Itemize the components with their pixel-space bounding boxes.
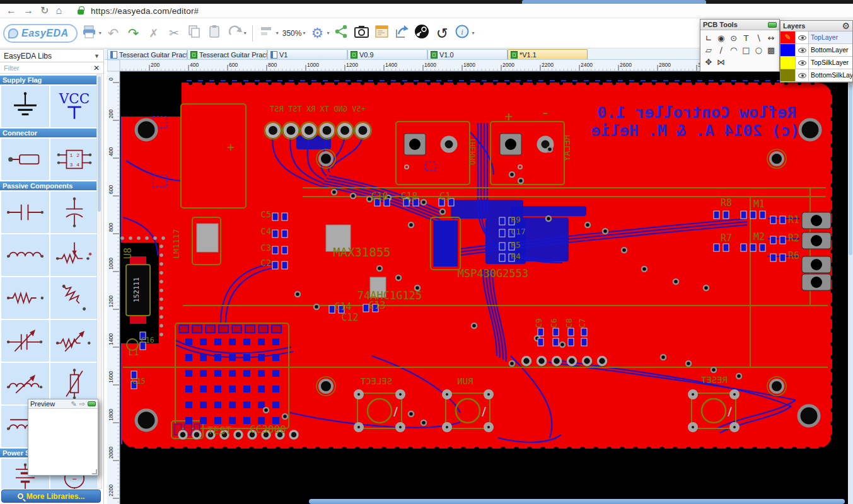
preview-place-arrow-icon[interactable]: ⇨: [79, 400, 85, 408]
export-icon[interactable]: [393, 24, 410, 43]
layers-settings-gear-icon[interactable]: ⚙: [842, 21, 850, 31]
canvas-vscrollbar[interactable]: [848, 60, 853, 504]
connection-tool[interactable]: ⋈: [715, 56, 728, 68]
arc-tool[interactable]: ◠: [728, 44, 740, 56]
layer-name[interactable]: BottomLayer: [809, 44, 852, 56]
via-tool[interactable]: ⊙: [728, 32, 740, 44]
zoom-dropdown-caret[interactable]: ▾: [303, 30, 305, 36]
document-tab[interactable]: V1: [267, 49, 347, 59]
align-dropdown-caret[interactable]: ▾: [276, 30, 279, 36]
bom-ruler-icon[interactable]: [373, 24, 390, 43]
paste-icon[interactable]: [206, 24, 223, 43]
open-dropdown-caret[interactable]: ▾: [99, 30, 102, 36]
layer-color-swatch[interactable]: [780, 69, 796, 81]
polygon-tool[interactable]: ▱: [702, 44, 715, 56]
layer-row[interactable]: ✎TopLayer: [780, 32, 852, 44]
eye-icon[interactable]: [798, 73, 806, 78]
settings-gear-icon[interactable]: ⚙: [309, 25, 325, 42]
tab-label: *V1.1: [519, 51, 537, 59]
library-item-resistor-diag[interactable]: [50, 277, 98, 319]
layer-row[interactable]: BottomLayer: [780, 44, 852, 57]
more-libraries-button[interactable]: More Libraries...: [1, 490, 101, 503]
layer-name[interactable]: TopSilkLayer: [809, 57, 852, 69]
library-item-cap-trimmer[interactable]: [1, 320, 49, 362]
document-tab[interactable]: V1.0: [427, 49, 508, 59]
align-icon[interactable]: [258, 24, 275, 43]
track-tool[interactable]: ∟: [702, 32, 715, 44]
steam-icon[interactable]: [414, 23, 430, 43]
cut-icon[interactable]: ✂: [166, 25, 182, 42]
rotate-dropdown-caret[interactable]: ▾: [244, 30, 247, 36]
circle-tool[interactable]: ○: [752, 44, 765, 56]
zoom-level[interactable]: 350%: [282, 29, 302, 38]
layer-visibility-cell[interactable]: [796, 69, 809, 81]
url-text[interactable]: https://easyeda.com/editor#: [91, 6, 199, 16]
layer-row[interactable]: BottomSilkLay...: [780, 69, 852, 82]
share-icon[interactable]: [333, 24, 349, 43]
document-tab[interactable]: Tesseract Guitar Pract...: [107, 49, 187, 59]
pcb-canvas[interactable]: Reflow Controller 1.0(c) 2014 A. & M. He…: [107, 60, 853, 504]
library-item-potentiometer[interactable]: [50, 234, 98, 276]
layer-name[interactable]: BottomSilkLay...: [809, 69, 852, 81]
eye-icon[interactable]: [798, 48, 806, 53]
preview-resize-handle[interactable]: [92, 469, 97, 474]
reload-icon[interactable]: ↻: [40, 6, 49, 16]
copper-area-tool[interactable]: ▩: [765, 44, 777, 56]
layer-visibility-cell[interactable]: [796, 44, 809, 56]
undo-icon[interactable]: ↶: [105, 25, 122, 42]
rect-tool[interactable]: □: [740, 44, 753, 56]
layer-row[interactable]: TopSilkLayer: [780, 57, 852, 69]
copy-icon[interactable]: [186, 24, 202, 43]
library-item-vcc[interactable]: VCC: [50, 86, 98, 127]
back-icon[interactable]: ←: [6, 6, 16, 16]
pcb-tools-titlebar[interactable]: PCB Tools: [700, 20, 779, 30]
library-item-gnd[interactable]: [1, 86, 49, 127]
home-icon[interactable]: ⌂: [55, 6, 62, 16]
filter-clear-icon[interactable]: ✕: [93, 64, 100, 72]
dimension-tool[interactable]: ↔: [765, 32, 777, 44]
preview-minimize-icon[interactable]: [88, 401, 96, 406]
settings-dropdown-caret[interactable]: ▾: [327, 30, 329, 36]
eye-icon[interactable]: [798, 60, 806, 66]
library-item-cap[interactable]: [1, 192, 49, 233]
sidebar-scrollbar-thumb[interactable]: [98, 76, 101, 212]
layer-visibility-cell[interactable]: [796, 57, 809, 69]
text-tool[interactable]: T: [740, 32, 753, 44]
layer-visibility-cell[interactable]: [796, 32, 809, 43]
library-item-inductor[interactable]: [1, 234, 49, 276]
canvas-vscrollbar-thumb[interactable]: [849, 85, 852, 255]
history-icon[interactable]: ↺: [434, 25, 450, 42]
library-item-resistor[interactable]: [1, 277, 49, 319]
info-dropdown-caret[interactable]: ▾: [472, 30, 474, 36]
info-icon[interactable]: i: [454, 24, 470, 43]
brush-tool[interactable]: ∕: [715, 44, 728, 56]
rotate-icon[interactable]: [226, 24, 243, 43]
preview-edit-pencil-icon[interactable]: ✎: [71, 400, 77, 408]
hand-tool[interactable]: ✥: [702, 56, 715, 68]
document-tab[interactable]: *V1.1: [508, 49, 588, 59]
delete-icon[interactable]: ✗: [146, 25, 162, 42]
document-tab[interactable]: Tesseract Guitar Pract...: [187, 49, 267, 59]
open-file-icon[interactable]: [81, 24, 98, 43]
library-item-conn4[interactable]: 1234: [50, 139, 98, 180]
layer-color-swatch[interactable]: [780, 57, 796, 69]
snapshot-camera-icon[interactable]: [353, 24, 369, 43]
libs-select[interactable]: EasyEDA Libs ▼: [0, 50, 103, 62]
library-item-cap-pol[interactable]: [50, 192, 98, 233]
library-item-rheostat[interactable]: [50, 320, 98, 362]
eye-icon[interactable]: [798, 35, 806, 40]
filter-input[interactable]: Filter ✕: [0, 62, 103, 74]
library-item-pin[interactable]: [1, 139, 49, 180]
layer-color-swatch[interactable]: [780, 44, 796, 56]
preview-titlebar[interactable]: Preview ✎ ⇨: [28, 399, 98, 409]
active-layer-pencil-icon[interactable]: ✎: [780, 32, 796, 43]
document-tab[interactable]: V0.9: [347, 49, 427, 59]
redo-icon[interactable]: ↷: [125, 25, 142, 42]
layer-name[interactable]: TopLayer: [809, 32, 852, 43]
line-tool[interactable]: ∖: [752, 32, 765, 44]
layers-titlebar[interactable]: Layers ⚙: [780, 21, 852, 32]
pcb-tools-minimize-icon[interactable]: [768, 22, 777, 28]
pad-tool[interactable]: ◉: [715, 32, 728, 44]
canvas-hscrollbar-thumb[interactable]: [309, 499, 845, 504]
forward-icon[interactable]: →: [23, 6, 33, 16]
